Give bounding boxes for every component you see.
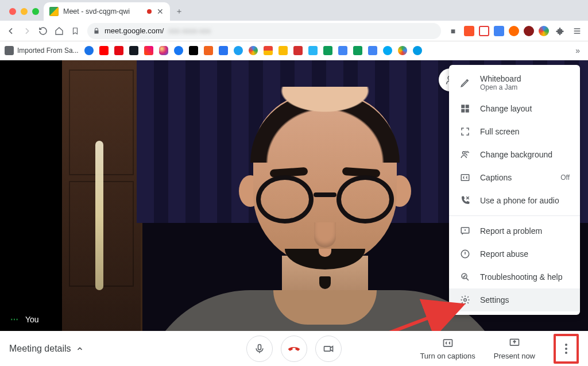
self-tile-menu-icon[interactable]: ⋯ bbox=[10, 315, 20, 324]
bm-last-icon[interactable] bbox=[413, 46, 422, 55]
menu-layout-label: Change layout bbox=[480, 104, 570, 113]
bm-google-icon[interactable] bbox=[398, 46, 407, 55]
svg-rect-13 bbox=[324, 346, 331, 350]
feedback-icon bbox=[459, 225, 471, 237]
bm-netflix-icon[interactable] bbox=[114, 46, 123, 55]
bm-x-icon[interactable] bbox=[144, 46, 153, 55]
bm-instagram-icon[interactable] bbox=[159, 46, 168, 55]
camera-ext-icon[interactable]: ■ bbox=[447, 25, 459, 37]
bm-edge-icon[interactable] bbox=[383, 46, 392, 55]
menu-phone-label: Use a phone for audio bbox=[480, 196, 570, 205]
bookmark-folder-label: Imported From Sa... bbox=[17, 47, 79, 55]
phone-icon bbox=[459, 195, 471, 206]
menu-report-abuse-label: Report abuse bbox=[480, 249, 570, 259]
cc-icon bbox=[442, 337, 454, 349]
menu-captions-badge: Off bbox=[560, 174, 570, 182]
camera-icon bbox=[323, 343, 334, 355]
meet-favicon bbox=[49, 7, 59, 16]
bm-chrome-icon[interactable] bbox=[249, 46, 258, 55]
mic-button[interactable] bbox=[246, 336, 273, 362]
turn-on-captions-button[interactable]: Turn on captions bbox=[420, 337, 475, 360]
url-host: meet.google.com/ bbox=[105, 26, 164, 35]
menu-captions-label: Captions bbox=[480, 173, 551, 182]
tab-title: Meet - svd-cqgm-qwi bbox=[63, 7, 142, 16]
svg-rect-12 bbox=[258, 344, 261, 349]
meeting-details-button[interactable]: Meeting details bbox=[9, 344, 84, 354]
menu-change-layout[interactable]: Change layout bbox=[449, 97, 580, 120]
bookmark-icon[interactable] bbox=[69, 25, 82, 37]
bm-sheets-icon[interactable] bbox=[323, 46, 332, 55]
bm-docs-icon[interactable] bbox=[338, 46, 347, 55]
leave-call-button[interactable] bbox=[281, 336, 307, 362]
menu-phone-audio[interactable]: Use a phone for audio bbox=[449, 189, 580, 212]
bm-dark-icon[interactable] bbox=[129, 46, 138, 55]
bm-youtube-icon[interactable] bbox=[99, 46, 109, 55]
bm-grid-icon[interactable] bbox=[368, 46, 377, 55]
meet-bottom-bar: Meeting details Turn on captions Present… bbox=[0, 331, 588, 366]
center-controls bbox=[246, 336, 342, 362]
camera-button[interactable] bbox=[315, 336, 342, 362]
extensions-puzzle-icon[interactable] bbox=[554, 25, 566, 37]
chrome-ext-icon[interactable] bbox=[539, 26, 549, 36]
browser-chrome: Meet - svd-cqgm-qwi ✕ ＋ meet.google.com/… bbox=[0, 0, 588, 60]
self-tile-label[interactable]: ⋯ You bbox=[10, 315, 39, 324]
forward-icon bbox=[21, 25, 33, 37]
troubleshoot-icon bbox=[459, 271, 471, 283]
menu-whiteboard-sub: Open a Jam bbox=[480, 83, 521, 91]
bm-etsy-icon[interactable] bbox=[204, 46, 213, 55]
bm-keep-icon[interactable] bbox=[278, 46, 288, 55]
menu-divider bbox=[449, 215, 580, 216]
menu-captions[interactable]: Captions Off bbox=[449, 166, 580, 189]
bm-icon-1[interactable] bbox=[84, 46, 94, 55]
bm-gmail-icon[interactable] bbox=[264, 46, 273, 55]
brave-ext-icon[interactable] bbox=[464, 26, 474, 36]
menu-report-abuse[interactable]: Report abuse bbox=[449, 242, 580, 265]
chevron-up-icon bbox=[76, 345, 84, 353]
lock-icon bbox=[93, 27, 100, 35]
new-tab-button[interactable]: ＋ bbox=[171, 3, 187, 20]
bookmarks-overflow-icon[interactable]: » bbox=[575, 46, 583, 55]
address-bar[interactable]: meet.google.com/ xxx-xxxx-xxx bbox=[87, 23, 441, 39]
red-triangle-ext-icon[interactable] bbox=[479, 26, 489, 36]
menu-change-background[interactable]: Change background bbox=[449, 143, 580, 166]
bm-amazon-icon[interactable] bbox=[189, 46, 198, 55]
captions-icon bbox=[459, 172, 471, 183]
back-icon[interactable] bbox=[5, 25, 17, 37]
svg-rect-6 bbox=[461, 175, 469, 181]
folder-icon bbox=[5, 46, 14, 55]
present-icon bbox=[508, 337, 521, 349]
captions-label: Turn on captions bbox=[420, 352, 475, 360]
menu-background-label: Change background bbox=[480, 150, 570, 159]
reload-icon[interactable] bbox=[37, 25, 49, 37]
orange-ext-icon[interactable] bbox=[509, 26, 519, 36]
browser-menu-icon[interactable] bbox=[571, 25, 583, 37]
self-video-tile: Whiteboard Open a Jam Change layout Full… bbox=[62, 60, 588, 331]
more-options-button[interactable] bbox=[554, 334, 579, 364]
mac-minimize[interactable] bbox=[21, 8, 28, 15]
menu-full-screen[interactable]: Full screen bbox=[449, 120, 580, 143]
bm-n-icon[interactable] bbox=[293, 46, 303, 55]
bm-facebook-icon[interactable] bbox=[174, 46, 183, 55]
menu-troubleshoot[interactable]: Troubleshooting & help bbox=[449, 265, 580, 288]
bm-hangouts-icon[interactable] bbox=[353, 46, 362, 55]
menu-troubleshoot-label: Troubleshooting & help bbox=[480, 272, 570, 282]
mac-close[interactable] bbox=[9, 8, 16, 15]
microphone-icon bbox=[254, 343, 265, 355]
menu-report-problem[interactable]: Report a problem bbox=[449, 219, 580, 242]
present-now-button[interactable]: Present now bbox=[494, 337, 535, 360]
mac-zoom[interactable] bbox=[32, 8, 39, 15]
whiteboard-icon bbox=[459, 77, 471, 88]
maroon-ext-icon[interactable] bbox=[524, 26, 534, 36]
recording-indicator-icon bbox=[147, 9, 152, 14]
bookmark-folder[interactable]: Imported From Sa... bbox=[5, 46, 79, 55]
home-icon[interactable] bbox=[53, 25, 65, 37]
menu-whiteboard[interactable]: Whiteboard Open a Jam bbox=[449, 68, 580, 97]
kebab-dot bbox=[565, 344, 567, 346]
browser-tab[interactable]: Meet - svd-cqgm-qwi ✕ bbox=[44, 2, 170, 21]
bm-twitter-icon[interactable] bbox=[234, 46, 243, 55]
tab-close-icon[interactable]: ✕ bbox=[156, 7, 164, 16]
menu-settings[interactable]: Settings bbox=[449, 288, 580, 311]
gtranslate-ext-icon[interactable] bbox=[494, 26, 504, 36]
bm-s-icon[interactable] bbox=[308, 46, 318, 55]
bm-flipkart-icon[interactable] bbox=[219, 46, 228, 55]
